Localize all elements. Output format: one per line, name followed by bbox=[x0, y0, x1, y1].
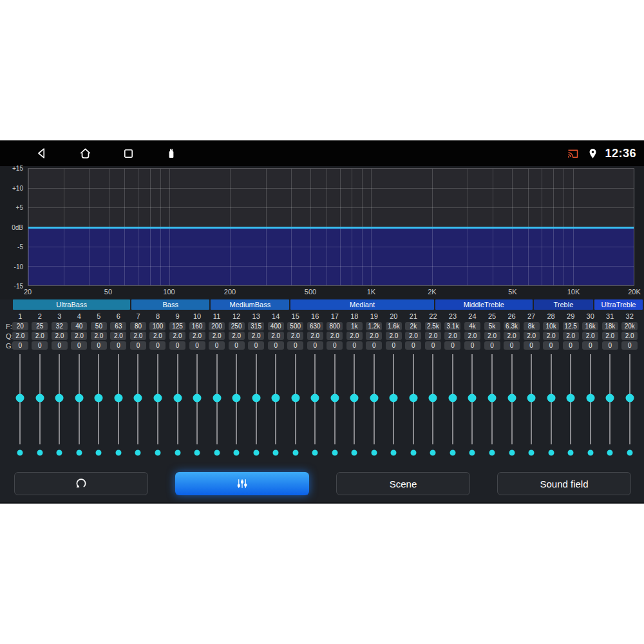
band-g-value[interactable]: 0 bbox=[149, 341, 166, 350]
band-f-value[interactable]: 5k bbox=[484, 322, 500, 330]
band-q-value[interactable]: 2.0 bbox=[189, 332, 205, 340]
band-f-value[interactable]: 4k bbox=[464, 322, 480, 330]
band-g-value[interactable]: 0 bbox=[327, 341, 343, 350]
band-g-value[interactable]: 0 bbox=[405, 341, 421, 350]
band-g-value[interactable]: 0 bbox=[621, 341, 638, 350]
band-f-value[interactable]: 1.6k bbox=[386, 322, 402, 330]
band-group-tab[interactable]: UltraTreble bbox=[594, 299, 643, 310]
band-f-value[interactable]: 125 bbox=[169, 322, 185, 330]
band-f-value[interactable]: 200 bbox=[209, 322, 225, 330]
band-g-value[interactable]: 0 bbox=[71, 341, 87, 350]
slider-knob[interactable] bbox=[311, 394, 319, 402]
band-q-value[interactable]: 2.0 bbox=[602, 332, 618, 340]
band-q-value[interactable]: 2.0 bbox=[543, 332, 559, 340]
back-icon[interactable] bbox=[34, 146, 50, 161]
band-g-value[interactable]: 0 bbox=[32, 341, 48, 350]
band-gain-slider[interactable] bbox=[561, 353, 581, 459]
slider-knob[interactable] bbox=[75, 394, 83, 402]
band-q-value[interactable]: 2.0 bbox=[425, 332, 441, 340]
band-group-tab[interactable]: Bass bbox=[131, 299, 209, 310]
band-q-value[interactable]: 2.0 bbox=[248, 332, 264, 340]
band-q-value[interactable]: 2.0 bbox=[91, 332, 107, 340]
band-gain-slider[interactable] bbox=[325, 353, 345, 459]
band-q-value[interactable]: 2.0 bbox=[582, 332, 598, 340]
slider-knob[interactable] bbox=[330, 394, 339, 402]
band-q-value[interactable]: 2.0 bbox=[444, 332, 460, 340]
band-f-value[interactable]: 400 bbox=[268, 322, 284, 330]
band-g-value[interactable]: 0 bbox=[189, 341, 205, 350]
band-gain-slider[interactable] bbox=[305, 353, 325, 459]
band-f-value[interactable]: 8k bbox=[524, 322, 540, 330]
band-group-tab[interactable]: MiddleTreble bbox=[435, 299, 533, 310]
band-f-value[interactable]: 1k bbox=[346, 322, 363, 330]
reset-button[interactable] bbox=[14, 472, 148, 495]
band-gain-slider[interactable] bbox=[207, 353, 227, 459]
band-q-value[interactable]: 2.0 bbox=[32, 332, 48, 340]
band-f-value[interactable]: 3.1k bbox=[444, 322, 460, 330]
band-g-value[interactable]: 0 bbox=[169, 341, 185, 350]
band-g-value[interactable]: 0 bbox=[307, 341, 323, 350]
band-f-value[interactable]: 12.5 bbox=[563, 322, 579, 330]
slider-knob[interactable] bbox=[55, 394, 64, 402]
band-g-value[interactable]: 0 bbox=[504, 341, 520, 350]
band-gain-slider[interactable] bbox=[384, 353, 404, 459]
band-gain-slider[interactable] bbox=[285, 353, 305, 459]
band-q-value[interactable]: 2.0 bbox=[209, 332, 225, 340]
band-f-value[interactable]: 2k bbox=[405, 322, 421, 330]
slider-knob[interactable] bbox=[16, 394, 24, 402]
band-q-value[interactable]: 2.0 bbox=[169, 332, 185, 340]
band-q-value[interactable]: 2.0 bbox=[130, 332, 146, 340]
band-gain-slider[interactable] bbox=[148, 353, 168, 459]
band-gain-slider[interactable] bbox=[600, 353, 620, 459]
slider-knob[interactable] bbox=[606, 394, 614, 402]
band-gain-slider[interactable] bbox=[50, 353, 70, 459]
band-g-value[interactable]: 0 bbox=[425, 341, 441, 350]
band-f-value[interactable]: 32 bbox=[52, 322, 68, 330]
band-g-value[interactable]: 0 bbox=[110, 341, 126, 350]
band-gain-slider[interactable] bbox=[580, 353, 600, 459]
slider-knob[interactable] bbox=[272, 394, 280, 402]
scene-button[interactable]: Scene bbox=[336, 472, 470, 495]
slider-knob[interactable] bbox=[390, 394, 398, 402]
band-f-value[interactable]: 250 bbox=[229, 322, 245, 330]
band-g-value[interactable]: 0 bbox=[12, 341, 28, 350]
slider-knob[interactable] bbox=[468, 394, 477, 402]
band-q-value[interactable]: 2.0 bbox=[327, 332, 343, 340]
band-gain-slider[interactable] bbox=[423, 353, 443, 459]
band-f-value[interactable]: 40 bbox=[71, 322, 87, 330]
band-g-value[interactable]: 0 bbox=[484, 341, 500, 350]
slider-knob[interactable] bbox=[95, 394, 103, 402]
slider-knob[interactable] bbox=[153, 394, 162, 402]
home-icon[interactable] bbox=[77, 146, 93, 161]
band-g-value[interactable]: 0 bbox=[209, 341, 225, 350]
band-group-tab[interactable]: Treble bbox=[534, 299, 593, 310]
band-g-value[interactable]: 0 bbox=[543, 341, 559, 350]
band-q-value[interactable]: 2.0 bbox=[12, 332, 28, 340]
band-f-value[interactable]: 20k bbox=[621, 322, 638, 330]
band-g-value[interactable]: 0 bbox=[91, 341, 107, 350]
band-gain-slider[interactable] bbox=[522, 353, 542, 459]
band-f-value[interactable]: 63 bbox=[110, 322, 126, 330]
slider-knob[interactable] bbox=[252, 394, 260, 402]
band-f-value[interactable]: 6.3k bbox=[504, 322, 520, 330]
band-q-value[interactable]: 2.0 bbox=[287, 332, 303, 340]
band-f-value[interactable]: 18k bbox=[602, 322, 618, 330]
band-q-value[interactable]: 2.0 bbox=[52, 332, 68, 340]
band-g-value[interactable]: 0 bbox=[346, 341, 363, 350]
band-gain-slider[interactable] bbox=[443, 353, 463, 459]
band-q-value[interactable]: 2.0 bbox=[504, 332, 520, 340]
slider-knob[interactable] bbox=[586, 394, 594, 402]
band-g-value[interactable]: 0 bbox=[563, 341, 579, 350]
slider-knob[interactable] bbox=[370, 394, 378, 402]
band-q-value[interactable]: 2.0 bbox=[386, 332, 402, 340]
band-q-value[interactable]: 2.0 bbox=[621, 332, 638, 340]
band-gain-slider[interactable] bbox=[70, 353, 90, 459]
band-f-value[interactable]: 25 bbox=[32, 322, 48, 330]
band-gain-slider[interactable] bbox=[266, 353, 286, 459]
band-group-tab[interactable]: MediumBass bbox=[211, 299, 289, 310]
band-g-value[interactable]: 0 bbox=[602, 341, 618, 350]
band-g-value[interactable]: 0 bbox=[130, 341, 146, 350]
band-gain-slider[interactable] bbox=[187, 353, 207, 459]
band-gain-slider[interactable] bbox=[227, 353, 247, 459]
equalizer-button[interactable] bbox=[175, 472, 309, 495]
